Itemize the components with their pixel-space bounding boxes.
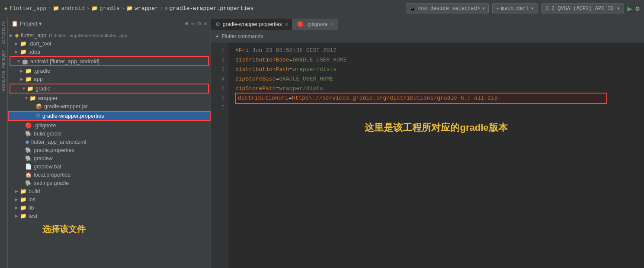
breadcrumb: ◆ flutter_app › 📁 android › 📁 gradle › 📁…	[4, 5, 254, 12]
gitignore-label: .gitignore	[34, 123, 56, 129]
tab-close-gitignore[interactable]: ✕	[330, 22, 333, 27]
test-label: test	[29, 213, 37, 219]
file-tree-title: 📋 Project ▾	[11, 20, 42, 27]
tab-label-properties: gradle-wrapper.properties	[223, 21, 282, 27]
app-label: app	[34, 76, 43, 82]
code-key-5: zipStorePath	[235, 84, 276, 94]
tab-close-properties[interactable]: ✕	[285, 22, 288, 27]
settings-icon[interactable]: ⚙	[635, 4, 640, 13]
wrapper-folder-icon: 📁	[126, 5, 133, 12]
properties-file-icon: ⚙	[165, 6, 168, 11]
dropdown-arrow[interactable]: ▾	[39, 20, 42, 27]
flutter-commands-label: Flutter commands	[221, 33, 263, 39]
lib-label: lib	[29, 205, 34, 211]
chevron-down-icon-2: ▾	[531, 5, 534, 12]
dart-icon: ✦	[496, 5, 499, 12]
code-url-6: https\://services.gradle.org/distributio…	[292, 94, 498, 103]
tree-item-settings-gradle[interactable]: 🐘 settings.gradle	[8, 179, 211, 187]
breadcrumb-file[interactable]: gradle-wrapper.properties	[170, 5, 254, 12]
tree-item-build-gradle[interactable]: 🐘 build.gradle	[8, 129, 211, 138]
code-comment-1: #Fri Jun 23 08:50:38 CEST 2017	[235, 46, 336, 55]
dart-tool-label: .dart_tool	[29, 41, 51, 47]
tree-item-gradle-prop[interactable]: 🐘 gradle.properties	[8, 146, 211, 154]
android-folder-icon: 📁	[53, 5, 59, 12]
code-line-4: zipStoreBase = GRADLE_USER_HOME	[235, 74, 637, 84]
tree-item-gradlew[interactable]: 🐘 gradlew	[8, 154, 211, 162]
close-icon[interactable]: ✕	[204, 20, 207, 27]
avd-selector[interactable]: 3.2 QVGA (ADP2) API 30 ▾	[541, 3, 624, 13]
gradle-folder-icon: 📁	[91, 5, 98, 12]
code-line-6: distributionUrl = https\://services.grad…	[235, 94, 637, 103]
idea-label: .idea	[29, 49, 40, 55]
flutter-logo: ✦	[215, 32, 219, 40]
flutter-app-path: D:\flutter_app\NaviBottom\flutter_app	[49, 33, 127, 38]
gradlew-label: gradlew	[34, 155, 53, 161]
code-content[interactable]: #Fri Jun 23 08:50:38 CEST 2017 distribut…	[228, 42, 644, 268]
tree-item-idea[interactable]: ▶ 📁 .idea	[8, 48, 211, 56]
tree-item-gradle-hidden[interactable]: ▶ 📁 .gradle	[8, 67, 211, 75]
line-numbers: 1 2 3 4 5 6 7	[211, 42, 228, 268]
structure-tab[interactable]: Structure	[0, 19, 7, 46]
run-button[interactable]: ▶	[628, 4, 632, 13]
tree-item-wrapper[interactable]: ▼ 📁 wrapper	[8, 94, 211, 102]
gradle-hidden-label: .gradle	[34, 68, 50, 74]
resource-manager-tab[interactable]: Resource Manager	[0, 48, 7, 93]
collapse-icon[interactable]: ⇔	[191, 20, 195, 27]
android-label: android [flutter_app_android]	[30, 58, 99, 65]
device-selector[interactable]: 📱 <no device selected> ▾	[406, 3, 489, 13]
flutter-app-label: flutter_app	[21, 32, 46, 39]
tree-item-build[interactable]: ▶ 📁 build	[8, 187, 211, 195]
line-4: 4	[211, 74, 228, 84]
tab-label-gitignore: .gitignore	[306, 21, 327, 27]
gradle-properties-label: gradle-wrapper.properties	[42, 113, 104, 119]
code-line-3: distributionPath = wrapper/dists	[235, 65, 637, 74]
editor-area: ⚙ gradle-wrapper.properties ✕ 🔴 .gitigno…	[211, 17, 644, 268]
tree-item-gitignore[interactable]: 🔴 .gitignore	[8, 121, 211, 129]
file-tree-header: 📋 Project ▾ ⊕ ⇔ ⚙ ✕	[8, 17, 211, 30]
line-1: 1	[211, 46, 228, 55]
tree-item-gradle-properties[interactable]: ⚙ gradle-wrapper.properties	[9, 112, 210, 120]
build-gradle-label: build.gradle	[34, 131, 62, 137]
annotation-left: 选择该文件	[8, 220, 211, 235]
chevron-down-icon-3: ▾	[617, 6, 620, 12]
tree-item-gradlew-bat[interactable]: 📄 gradlew.bat	[8, 162, 211, 171]
gear-icon[interactable]: ⚙	[197, 20, 201, 27]
code-val-2: GRADLE_USER_HOME	[293, 55, 347, 65]
dart-file-label: main.dart	[501, 6, 529, 12]
editor-toolbar: ✦ Flutter commands	[211, 30, 644, 42]
tree-item-gradle-jar[interactable]: 📦 gradle-wrapper.jar	[8, 102, 211, 110]
code-eq-2: =	[289, 55, 293, 65]
properties-box: ⚙ gradle-wrapper.properties	[8, 111, 211, 121]
tree-item-lib[interactable]: ▶ 📁 lib	[8, 203, 211, 212]
breadcrumb-gradle[interactable]: gradle	[99, 5, 120, 12]
device-label: <no device selected>	[418, 6, 480, 12]
file-tree-panel: 📋 Project ▾ ⊕ ⇔ ⚙ ✕ ▶ ◆ flutter_app D:\f…	[8, 17, 211, 268]
breadcrumb-android[interactable]: android	[61, 5, 85, 12]
line-6: 6	[211, 94, 228, 103]
tree-item-flutter-app[interactable]: ▶ ◆ flutter_app D:\flutter_app\NaviBotto…	[8, 31, 211, 39]
breadcrumb-flutter-app[interactable]: flutter_app	[9, 5, 46, 12]
file-selector[interactable]: ✦ main.dart ▾	[492, 3, 538, 13]
tree-item-gradle[interactable]: ▼ 📁 gradle	[10, 84, 208, 93]
main-content: Structure Resource Manager 📋 Project ▾ ⊕…	[0, 17, 644, 268]
locate-icon[interactable]: ⊕	[185, 20, 188, 27]
code-eq-6: =	[288, 94, 292, 103]
tree-item-local-prop[interactable]: 🏠 local.properties	[8, 171, 211, 179]
tree-item-android[interactable]: ▼ 🤖 android [flutter_app_android]	[10, 57, 208, 65]
tree-item-test[interactable]: ▶ 📁 test	[8, 212, 211, 220]
line-5: 5	[211, 84, 228, 94]
code-key-4: zipStoreBase	[235, 74, 276, 84]
line-2: 2	[211, 55, 228, 65]
code-line-2: distributionBase = GRADLE_USER_HOME	[235, 55, 637, 65]
sidebar-title-label: Project	[20, 20, 37, 27]
line-7: 7	[211, 103, 228, 113]
toolbar-right: 📱 <no device selected> ▾ ✦ main.dart ▾ 3…	[406, 3, 640, 13]
tab-gradle-properties[interactable]: ⚙ gradle-wrapper.properties ✕	[211, 19, 293, 30]
tree-item-iml[interactable]: ◆ flutter_app_android.iml	[8, 138, 211, 146]
breadcrumb-wrapper[interactable]: wrapper	[135, 5, 158, 12]
tree-item-dart-tool[interactable]: ▶ 📁 .dart_tool	[8, 39, 211, 48]
tree-item-ios[interactable]: ▶ 📁 ios	[8, 195, 211, 203]
tab-gitignore[interactable]: 🔴 .gitignore ✕	[293, 19, 338, 30]
code-editor: 1 2 3 4 5 6 7 #Fri Jun 23 08:50:38 CEST …	[211, 42, 644, 268]
tree-item-app[interactable]: ▶ 📁 app	[8, 75, 211, 83]
